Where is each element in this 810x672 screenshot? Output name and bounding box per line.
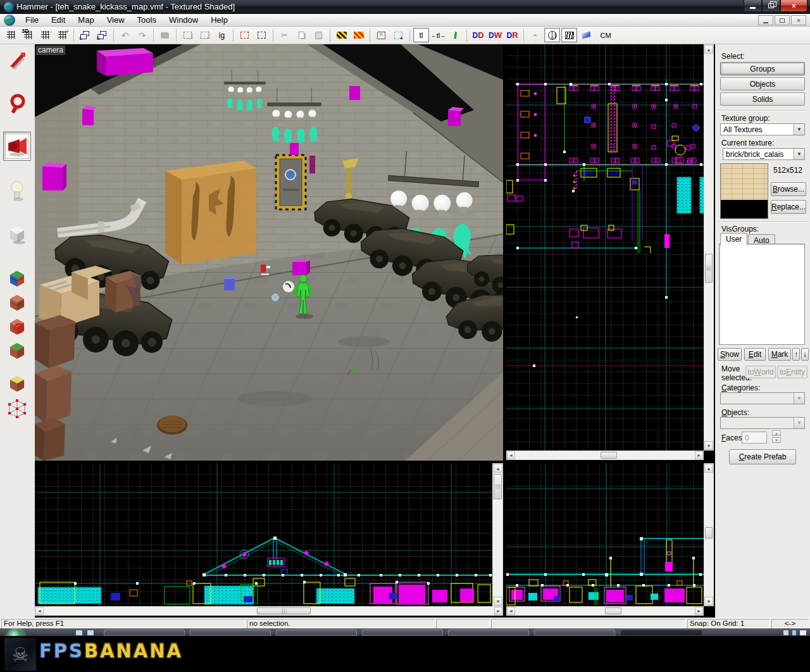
mark-button[interactable]: Mark <box>768 348 791 361</box>
cordon-toggle-button[interactable] <box>254 28 270 42</box>
move-down-button[interactable]: ↓ <box>801 348 809 361</box>
mdi-close-button[interactable]: × <box>791 15 806 25</box>
solids-button[interactable]: Solids <box>720 92 805 106</box>
hscrollbar-top-viewport[interactable]: ◄ ► <box>506 451 704 460</box>
magnify-tool-button[interactable] <box>3 91 31 116</box>
2d-viewport-top[interactable] <box>506 44 704 451</box>
chevron-down-icon[interactable]: ▼ <box>794 124 804 135</box>
displacement-mask-button[interactable] <box>561 28 577 42</box>
display-wireframe-button[interactable]: DW <box>487 28 503 42</box>
smaller-grid-button[interactable]: - <box>37 28 53 42</box>
close-button[interactable]: × <box>780 0 807 12</box>
chevron-down-icon[interactable]: ▼ <box>794 149 804 159</box>
copy-button[interactable] <box>294 28 309 42</box>
taskbar-button[interactable] <box>448 630 529 636</box>
entity-tool-button[interactable] <box>3 178 31 204</box>
vscrollbar-front-viewport[interactable]: ▲ ▼ <box>492 463 503 606</box>
vscrollbar-side-viewport[interactable]: ▲ ▼ <box>704 463 714 606</box>
toggle-cordon-state-button[interactable] <box>333 28 349 42</box>
block-tool-button[interactable] <box>3 221 31 247</box>
vertex-tool-button[interactable] <box>3 371 31 396</box>
categories-combo[interactable]: ▼ <box>720 392 805 404</box>
tray-icon[interactable] <box>783 630 788 635</box>
hscrollbar-front-viewport[interactable]: ◄ ► <box>35 606 503 616</box>
cut-button[interactable]: ✂ <box>277 28 292 42</box>
texture-group-combo[interactable]: All Textures ▼ <box>720 123 805 135</box>
texture-scale-lock-button[interactable]: ←tl→ <box>430 28 446 42</box>
mdi-restore-button[interactable] <box>775 15 790 25</box>
undo-button[interactable]: ↶ <box>117 28 133 42</box>
noise-button[interactable]: ⌁ <box>527 28 543 42</box>
morph-tool-button[interactable] <box>3 396 31 421</box>
toggle-3d-grid-button[interactable]: 3D <box>20 28 36 42</box>
paste-button[interactable] <box>311 28 327 42</box>
to-world-button[interactable]: toWorld <box>745 366 776 378</box>
mdi-minimize-button[interactable] <box>758 15 773 25</box>
load-window-state-button[interactable]: L <box>77 28 93 42</box>
objects-button[interactable]: Objects <box>720 77 805 90</box>
hscrollbar-side-viewport[interactable]: ◄ ► <box>506 606 704 616</box>
toggle-auto-selection-button[interactable] <box>390 28 406 42</box>
display-dotted-button[interactable]: DD <box>470 28 486 42</box>
tab-user[interactable]: User <box>720 233 747 246</box>
menu-edit[interactable]: Edit <box>45 14 72 27</box>
fpsbanana-logo[interactable]: FPSBANANA <box>39 639 183 662</box>
3d-camera-viewport[interactable] <box>35 44 503 461</box>
create-prefab-button[interactable]: Create Prefab <box>729 449 796 464</box>
texture-preview[interactable] <box>720 163 768 219</box>
taskbar-button[interactable] <box>276 630 357 636</box>
vscrollbar-top-viewport[interactable]: ▲ ▼ <box>704 44 714 451</box>
faces-spin-down[interactable]: ▼ <box>772 437 781 443</box>
clipping-tool-button[interactable] <box>3 338 31 363</box>
restore-button[interactable] <box>762 0 780 12</box>
redo-button[interactable]: ↷ <box>134 28 150 42</box>
taskbar-button[interactable] <box>190 630 271 636</box>
move-up-button[interactable]: ↑ <box>792 348 800 361</box>
menu-map[interactable]: Map <box>72 14 100 27</box>
taskbar-button[interactable] <box>104 630 185 636</box>
menu-file[interactable]: File <box>19 14 45 27</box>
apply-current-texture-button[interactable] <box>3 290 31 315</box>
menu-view[interactable]: View <box>101 14 131 27</box>
fade-preview-button[interactable] <box>578 28 594 42</box>
menu-help[interactable]: Help <box>204 14 234 27</box>
ignore-groups-button[interactable]: ig <box>214 28 230 42</box>
quicklaunch-icon[interactable] <box>87 630 94 635</box>
to-entity-button[interactable]: toEntity <box>777 366 807 378</box>
minimize-button[interactable] <box>744 0 762 12</box>
camera-tool-button[interactable] <box>3 132 31 161</box>
cordon-edit-button[interactable] <box>237 28 252 42</box>
quicklaunch-icon[interactable] <box>76 630 82 635</box>
model-fade-button[interactable]: CM <box>595 28 616 42</box>
displacement-solid-button[interactable] <box>544 28 560 42</box>
current-texture-combo[interactable]: brick/brick_calais ▼ <box>723 148 805 160</box>
apply-decals-tool-button[interactable] <box>3 314 31 339</box>
taskbar-button[interactable] <box>534 630 615 636</box>
toggle-grid-button[interactable] <box>3 28 19 42</box>
selection-tool-button[interactable] <box>3 48 31 73</box>
menu-tools[interactable]: Tools <box>131 14 163 27</box>
2d-viewport-front[interactable] <box>35 463 492 606</box>
visgroups-list[interactable] <box>719 244 805 345</box>
groups-button[interactable]: Groups <box>720 62 805 75</box>
group-button[interactable] <box>180 28 196 42</box>
faces-input[interactable]: 0 <box>742 432 767 444</box>
edit-button[interactable]: Edit <box>744 348 766 361</box>
larger-grid-button[interactable]: + <box>54 28 70 42</box>
replace-button[interactable]: Replace... <box>771 200 806 214</box>
2d-viewport-side[interactable] <box>506 463 704 606</box>
taskbar-button-active[interactable] <box>620 630 702 636</box>
objects-combo[interactable]: ▼ <box>720 417 805 429</box>
tray-icon[interactable] <box>792 630 796 635</box>
save-window-state-button[interactable]: S <box>94 28 110 42</box>
taskbar-button[interactable] <box>362 630 443 636</box>
ungroup-button[interactable] <box>197 28 213 42</box>
carve-button[interactable] <box>157 28 173 42</box>
texture-lock-button[interactable]: tl <box>413 28 429 42</box>
faces-spin-up[interactable]: ▲ <box>772 430 781 436</box>
viewport-label-camera[interactable]: camera <box>36 46 65 55</box>
display-rendered-button[interactable]: DR <box>504 28 520 42</box>
texture-application-tool-button[interactable] <box>3 266 31 291</box>
edit-cordon-bounds-button[interactable] <box>351 28 366 42</box>
show-button[interactable]: Show <box>718 348 742 361</box>
